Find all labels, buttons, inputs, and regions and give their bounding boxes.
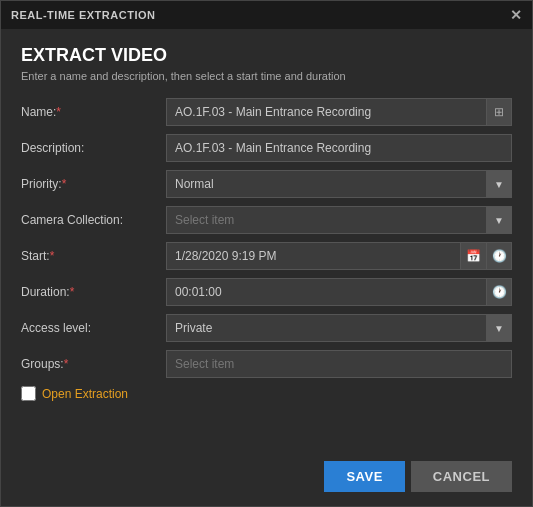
start-label: Start:*: [21, 249, 166, 263]
groups-label: Groups:*: [21, 357, 166, 371]
duration-clock-icon-button[interactable]: 🕐: [486, 278, 512, 306]
name-input-group: ⊞: [166, 98, 512, 126]
camera-collection-dropdown: Select item ▼: [166, 206, 512, 234]
camera-collection-label: Camera Collection:: [21, 213, 166, 227]
duration-input[interactable]: [166, 278, 486, 306]
open-extraction-row: Open Extraction: [21, 386, 512, 401]
groups-placeholder[interactable]: Select item: [166, 350, 512, 378]
close-button[interactable]: ✕: [510, 7, 523, 23]
dialog-container: REAL-TIME EXTRACTION ✕ EXTRACT VIDEO Ent…: [0, 0, 533, 507]
dialog-title: REAL-TIME EXTRACTION: [11, 9, 155, 21]
access-level-select-wrapper: Private Public ▼: [166, 314, 512, 342]
cancel-button[interactable]: CANCEL: [411, 461, 512, 492]
name-required: *: [56, 105, 61, 119]
title-bar: REAL-TIME EXTRACTION ✕: [1, 1, 532, 29]
start-input-group: 📅 🕐: [166, 242, 512, 270]
dialog-footer: SAVE CANCEL: [1, 453, 532, 506]
name-input[interactable]: [166, 98, 486, 126]
section-subtitle: Enter a name and description, then selec…: [21, 70, 512, 82]
name-row: Name:* ⊞: [21, 98, 512, 126]
open-extraction-checkbox[interactable]: [21, 386, 36, 401]
access-level-select[interactable]: Private Public: [166, 314, 512, 342]
camera-collection-row: Camera Collection: Select item ▼: [21, 206, 512, 234]
start-input[interactable]: [166, 242, 460, 270]
priority-label: Priority:*: [21, 177, 166, 191]
name-icon-button[interactable]: ⊞: [486, 98, 512, 126]
priority-select-wrapper: Normal High Low ▼: [166, 170, 512, 198]
groups-row: Groups:* Select item: [21, 350, 512, 378]
start-clock-icon-button[interactable]: 🕐: [486, 242, 512, 270]
duration-row: Duration:* 🕐: [21, 278, 512, 306]
access-level-row: Access level: Private Public ▼: [21, 314, 512, 342]
section-title: EXTRACT VIDEO: [21, 45, 512, 66]
duration-input-group: 🕐: [166, 278, 512, 306]
priority-select[interactable]: Normal High Low: [166, 170, 512, 198]
start-row: Start:* 📅 🕐: [21, 242, 512, 270]
camera-collection-placeholder: Select item: [166, 206, 486, 234]
save-button[interactable]: SAVE: [324, 461, 404, 492]
description-label: Description:: [21, 141, 166, 155]
description-input[interactable]: [166, 134, 512, 162]
priority-row: Priority:* Normal High Low ▼: [21, 170, 512, 198]
camera-collection-arrow-button[interactable]: ▼: [486, 206, 512, 234]
duration-label: Duration:*: [21, 285, 166, 299]
open-extraction-label: Open Extraction: [42, 387, 128, 401]
access-level-label: Access level:: [21, 321, 166, 335]
content-area: EXTRACT VIDEO Enter a name and descripti…: [1, 29, 532, 453]
name-label: Name:*: [21, 105, 166, 119]
description-row: Description:: [21, 134, 512, 162]
calendar-icon-button[interactable]: 📅: [460, 242, 486, 270]
